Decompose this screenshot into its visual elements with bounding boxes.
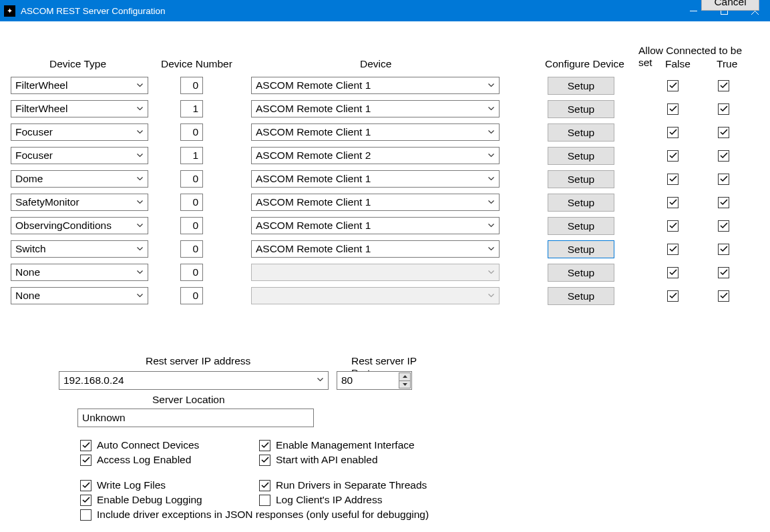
device-value: ASCOM Remote Client 1 bbox=[256, 173, 371, 185]
spinner-down-icon[interactable] bbox=[399, 380, 411, 389]
device-number-field[interactable]: 0 bbox=[180, 240, 203, 258]
separate-threads-label: Run Drivers in Separate Threads bbox=[276, 479, 427, 491]
cancel-button[interactable]: Cancel bbox=[701, 0, 759, 11]
checkbox[interactable] bbox=[718, 80, 729, 91]
checkbox[interactable] bbox=[667, 220, 679, 232]
device-number-field[interactable]: 1 bbox=[180, 147, 203, 164]
setup-button[interactable]: Setup bbox=[548, 147, 614, 165]
api-enabled-checkbox[interactable] bbox=[259, 455, 270, 466]
checkbox[interactable] bbox=[667, 244, 679, 255]
device-select[interactable]: ASCOM Remote Client 1 bbox=[251, 194, 500, 211]
device-type-select[interactable]: FilterWheel bbox=[11, 100, 148, 117]
setup-label: Setup bbox=[568, 220, 595, 232]
setup-button[interactable]: Setup bbox=[548, 170, 614, 188]
checkbox[interactable] bbox=[667, 174, 679, 185]
header-device-number: Device Number bbox=[161, 58, 232, 70]
device-type-value: ObservingConditions bbox=[15, 220, 112, 232]
device-select[interactable]: ASCOM Remote Client 2 bbox=[251, 147, 500, 164]
setup-button[interactable]: Setup bbox=[548, 217, 614, 235]
checkbox[interactable] bbox=[667, 80, 679, 91]
include-exceptions-checkbox[interactable] bbox=[80, 509, 91, 521]
log-client-ip-checkbox[interactable] bbox=[259, 495, 270, 506]
checkbox[interactable] bbox=[667, 267, 679, 278]
device-type-select[interactable]: Focuser bbox=[11, 147, 148, 164]
device-type-select[interactable]: Focuser bbox=[11, 123, 148, 141]
checkbox[interactable] bbox=[718, 197, 729, 208]
checkbox[interactable] bbox=[718, 220, 729, 232]
chevron-down-icon bbox=[132, 172, 147, 186]
device-select[interactable]: ASCOM Remote Client 1 bbox=[251, 100, 500, 117]
checkbox[interactable] bbox=[718, 103, 729, 115]
device-number-field[interactable]: 1 bbox=[180, 100, 203, 117]
auto-connect-checkbox[interactable] bbox=[80, 440, 91, 451]
cancel-label: Cancel bbox=[714, 0, 746, 8]
checkbox[interactable] bbox=[718, 174, 729, 185]
checkbox[interactable] bbox=[718, 267, 729, 278]
setup-label: Setup bbox=[568, 174, 595, 186]
setup-button[interactable]: Setup bbox=[548, 194, 614, 212]
setup-button[interactable]: Setup bbox=[548, 100, 614, 118]
header-true: True bbox=[717, 58, 737, 70]
device-type-select[interactable]: None bbox=[11, 287, 148, 304]
device-select[interactable]: ASCOM Remote Client 1 bbox=[251, 77, 500, 94]
device-type-value: SafetyMonitor bbox=[15, 196, 79, 208]
checkbox[interactable] bbox=[667, 150, 679, 162]
ip-address-value: 192.168.0.24 bbox=[63, 374, 124, 386]
access-log-checkbox[interactable] bbox=[80, 455, 91, 466]
setup-button[interactable]: Setup bbox=[548, 77, 614, 95]
header-device-type: Device Type bbox=[49, 58, 106, 70]
device-value: ASCOM Remote Client 1 bbox=[256, 126, 371, 138]
device-number-field[interactable]: 0 bbox=[180, 194, 203, 211]
separate-threads-checkbox[interactable] bbox=[259, 480, 270, 491]
setup-button[interactable]: Setup bbox=[548, 123, 614, 142]
device-number-value: 0 bbox=[192, 196, 198, 208]
device-type-select[interactable]: Switch bbox=[11, 240, 148, 258]
device-number-value: 0 bbox=[192, 173, 198, 185]
device-type-select[interactable]: FilterWheel bbox=[11, 77, 148, 94]
device-number-value: 0 bbox=[192, 79, 198, 91]
port-spinner[interactable]: 80 bbox=[337, 371, 412, 390]
device-type-value: Switch bbox=[15, 243, 46, 255]
device-number-field[interactable]: 0 bbox=[180, 77, 203, 94]
device-number-field[interactable]: 0 bbox=[180, 217, 203, 234]
checkbox[interactable] bbox=[718, 244, 729, 255]
chevron-down-icon bbox=[132, 78, 147, 93]
auto-connect-label: Auto Connect Devices bbox=[97, 439, 199, 451]
checkbox[interactable] bbox=[718, 150, 729, 162]
window-title: ASCOM REST Server Configuration bbox=[21, 6, 166, 16]
device-type-value: None bbox=[15, 266, 40, 278]
device-select[interactable]: ASCOM Remote Client 1 bbox=[251, 240, 500, 258]
device-type-value: Focuser bbox=[15, 150, 53, 162]
device-number-field[interactable]: 0 bbox=[180, 170, 203, 188]
setup-button[interactable]: Setup bbox=[548, 287, 614, 305]
device-type-select[interactable]: None bbox=[11, 264, 148, 281]
device-number-field[interactable]: 0 bbox=[180, 287, 203, 304]
checkbox[interactable] bbox=[718, 127, 729, 138]
spinner-up-icon[interactable] bbox=[399, 372, 411, 380]
device-type-select[interactable]: SafetyMonitor bbox=[11, 194, 148, 211]
location-input[interactable]: Unknown bbox=[77, 409, 314, 427]
chevron-down-icon bbox=[132, 218, 147, 233]
checkbox[interactable] bbox=[667, 290, 679, 302]
ip-address-combo[interactable]: 192.168.0.24 bbox=[59, 371, 329, 390]
device-select[interactable]: ASCOM Remote Client 1 bbox=[251, 123, 500, 141]
device-select bbox=[251, 264, 500, 281]
device-type-select[interactable]: Dome bbox=[11, 170, 148, 188]
chevron-down-icon bbox=[484, 172, 498, 186]
checkbox[interactable] bbox=[667, 103, 679, 115]
device-value: ASCOM Remote Client 1 bbox=[256, 103, 371, 115]
device-type-select[interactable]: ObservingConditions bbox=[11, 217, 148, 234]
setup-button[interactable]: Setup bbox=[548, 240, 614, 258]
checkbox[interactable] bbox=[718, 290, 729, 302]
device-select[interactable]: ASCOM Remote Client 1 bbox=[251, 170, 500, 188]
checkbox[interactable] bbox=[667, 127, 679, 138]
mgmt-interface-checkbox[interactable] bbox=[259, 440, 270, 451]
spinner-buttons[interactable] bbox=[399, 372, 411, 388]
setup-button[interactable]: Setup bbox=[548, 264, 614, 282]
checkbox[interactable] bbox=[667, 197, 679, 208]
debug-log-checkbox[interactable] bbox=[80, 495, 91, 506]
device-select[interactable]: ASCOM Remote Client 1 bbox=[251, 217, 500, 234]
device-number-field[interactable]: 0 bbox=[180, 123, 203, 141]
write-log-checkbox[interactable] bbox=[80, 480, 91, 491]
device-number-field[interactable]: 0 bbox=[180, 264, 203, 281]
